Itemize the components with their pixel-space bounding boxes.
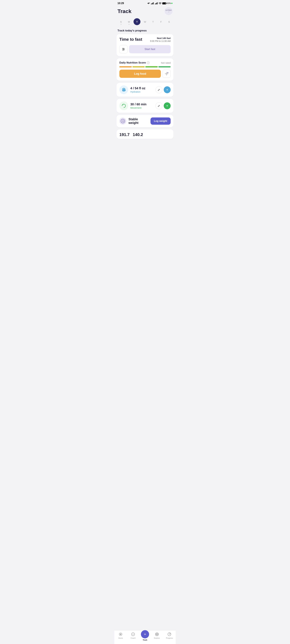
start-fast-button[interactable]: Start fast — [129, 45, 171, 53]
svg-point-17 — [124, 49, 124, 50]
day-wednesday[interactable]: W — [142, 18, 148, 25]
day-tuesday[interactable]: T — [134, 18, 140, 25]
movement-add-button[interactable]: + — [164, 102, 171, 109]
nutrition-bar-light-green — [145, 66, 158, 68]
nutrition-bar — [119, 66, 171, 68]
nutrition-status: Not rated — [161, 62, 171, 64]
nav-explore[interactable]: Explore — [152, 632, 162, 639]
progress-svg-icon — [168, 632, 171, 636]
bottom-nav: Home Coach + Track Explore — [114, 630, 176, 644]
movement-icon-wrap — [119, 102, 128, 110]
plus-icon: + — [144, 632, 146, 636]
hydration-label: Hydration — [130, 90, 153, 93]
pencil-icon-2 — [158, 104, 160, 107]
weight-card: Stable weight Log weight — [116, 115, 174, 127]
signal-icon-2 — [155, 2, 158, 4]
coach-icon — [131, 632, 135, 636]
pencil-icon — [158, 88, 160, 91]
nav-track-wrap: + Track — [141, 632, 149, 641]
ai-scan-icon: ✦ — [165, 72, 168, 76]
nutrition-actions: Log food ✦ — [119, 70, 171, 78]
signal-icon — [151, 2, 154, 4]
sliders-icon — [122, 48, 125, 51]
svg-rect-2 — [151, 4, 152, 4]
fast-info: Next 14h fast 9:00 PM to 11:00 AM — [150, 37, 171, 42]
hydration-add-button[interactable]: + — [164, 86, 171, 93]
svg-rect-9 — [156, 3, 156, 4]
partial-value-1: 191.7 — [119, 132, 130, 136]
svg-rect-25 — [123, 89, 125, 89]
svg-point-12 — [160, 4, 160, 4]
svg-point-31 — [133, 634, 133, 634]
nutrition-title: Daily Nutrition Score — [119, 61, 146, 64]
movement-icon — [121, 103, 126, 108]
fast-time-range: 9:00 PM to 11:00 AM — [150, 40, 171, 42]
day-monday[interactable]: M — [126, 18, 132, 25]
battery-percent: 93% — [167, 2, 171, 4]
movement-actions: + — [156, 102, 171, 109]
fast-next-label: Next 14h fast — [150, 37, 171, 40]
status-icons: 93% — [147, 2, 172, 4]
nutrition-card: Daily Nutrition Score i Not rated Log fo… — [116, 58, 174, 81]
explore-icon — [155, 632, 159, 636]
movement-label: Movement — [130, 106, 153, 109]
coach-svg-icon — [131, 632, 135, 636]
mute-icon — [147, 2, 150, 4]
progress-icon — [167, 632, 172, 636]
nav-home[interactable]: Home — [116, 632, 125, 639]
nav-track-label: Track — [143, 639, 147, 641]
weight-label: Stable weight — [128, 118, 148, 125]
nutrition-title-wrap: Daily Nutrition Score i — [119, 61, 150, 64]
svg-rect-3 — [152, 3, 152, 4]
day-thursday[interactable]: T — [150, 18, 156, 25]
fast-title: Time to fast — [119, 37, 142, 42]
explore-svg-icon — [155, 632, 159, 636]
svg-rect-10 — [157, 2, 157, 4]
nav-coach-label: Coach — [130, 637, 136, 639]
hydration-edit-button[interactable] — [156, 86, 162, 93]
svg-rect-8 — [156, 3, 156, 4]
svg-rect-7 — [155, 4, 156, 4]
hydration-info: 4 / 54 fl oz Hydration — [130, 86, 153, 93]
hydration-value: 4 / 54 fl oz — [130, 86, 153, 90]
nav-progress[interactable]: Progress — [165, 632, 174, 639]
svg-point-18 — [123, 50, 123, 50]
nutrition-bar-green — [158, 66, 171, 68]
day-friday[interactable]: F — [158, 18, 164, 25]
svg-rect-11 — [157, 2, 158, 4]
day-selector: S M T W T F S — [114, 18, 176, 28]
home-icon — [118, 632, 123, 636]
partial-value-2: 140.2 — [133, 132, 143, 136]
nutrition-info-icon[interactable]: i — [147, 61, 150, 64]
page-title: Track — [118, 8, 132, 14]
nav-coach[interactable]: Coach — [128, 632, 138, 639]
avatar-text: Let them ♡ — [165, 9, 172, 13]
fast-settings-button[interactable] — [119, 45, 128, 53]
svg-point-34 — [157, 634, 157, 634]
header: Track Let them ♡ — [114, 6, 176, 18]
movement-value: 30 / 60 min — [130, 102, 153, 106]
hydration-actions: + — [156, 86, 171, 93]
day-sunday[interactable]: S — [118, 18, 124, 25]
svg-rect-6 — [153, 2, 154, 4]
wifi-icon — [159, 2, 162, 4]
svg-point-28 — [120, 634, 121, 635]
log-food-button[interactable]: Log food — [119, 70, 161, 78]
nav-home-label: Home — [118, 637, 123, 639]
hydration-cup-icon — [122, 88, 126, 92]
day-saturday[interactable]: S — [166, 18, 172, 25]
movement-edit-button[interactable] — [156, 102, 162, 109]
fast-actions: Start fast — [119, 45, 171, 53]
nutrition-bar-yellow — [132, 66, 145, 68]
avatar-button[interactable]: Let them ♡ — [165, 7, 172, 15]
partial-card: 191.7 140.2 — [116, 130, 174, 139]
nav-track-button[interactable]: + — [141, 630, 149, 638]
log-weight-button[interactable]: Log weight — [150, 118, 171, 125]
nutrition-header: Daily Nutrition Score i Not rated — [119, 61, 171, 64]
svg-point-32 — [134, 634, 134, 634]
movement-card: 30 / 60 min Movement + — [116, 99, 174, 113]
section-heading: Track today's progress — [114, 28, 176, 34]
ai-scan-button[interactable]: ✦ — [162, 70, 171, 78]
home-svg-icon — [119, 632, 122, 636]
battery-dot — [171, 3, 172, 4]
